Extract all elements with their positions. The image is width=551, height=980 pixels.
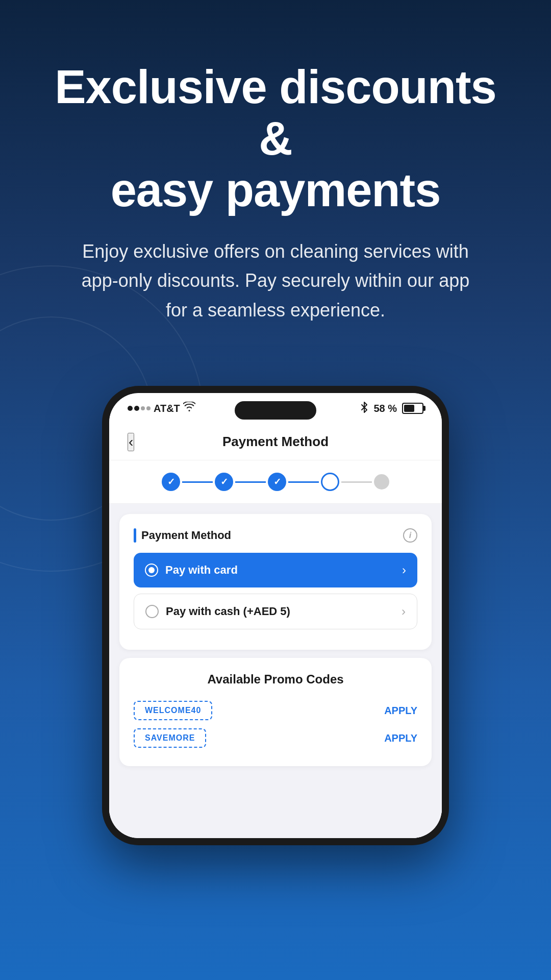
radio-cash xyxy=(145,605,159,618)
card-title-row: Payment Method i xyxy=(134,528,417,543)
phone-screen: AT&T xyxy=(109,393,442,838)
dot1 xyxy=(128,406,133,411)
checkmark-1: ✓ xyxy=(167,476,175,487)
promo-code-1: WELCOME40 xyxy=(134,701,212,720)
radio-card xyxy=(145,564,158,577)
phone-wrapper: AT&T xyxy=(0,386,551,845)
payment-card-title: Payment Method xyxy=(134,528,231,543)
phone-frame: AT&T xyxy=(102,386,449,845)
promo-row-1: WELCOME40 APPLY xyxy=(134,697,417,724)
back-button[interactable]: ‹ xyxy=(128,433,134,451)
battery-icon xyxy=(402,403,423,414)
wifi-icon xyxy=(183,402,195,415)
pay-cash-label: Pay with cash (+AED 5) xyxy=(166,605,290,618)
step-2: ✓ xyxy=(215,473,233,491)
hero-section: Exclusive discounts & easy payments Enjo… xyxy=(0,0,551,355)
dot3 xyxy=(141,406,145,410)
step-circle-4 xyxy=(321,473,339,491)
apply-btn-2[interactable]: APPLY xyxy=(384,732,417,744)
info-icon[interactable]: i xyxy=(403,528,417,543)
pay-with-card-option[interactable]: Pay with card › xyxy=(134,553,417,587)
dot2 xyxy=(134,406,139,411)
status-right: 58 % xyxy=(360,402,423,415)
progress-bar: ✓ ✓ ✓ xyxy=(109,460,442,504)
battery-fill xyxy=(404,405,414,412)
chevron-cash: › xyxy=(402,604,406,619)
status-left: AT&T xyxy=(128,402,195,415)
apply-btn-1[interactable]: APPLY xyxy=(384,705,417,717)
promo-code-2: SAVEMORE xyxy=(134,728,206,748)
step-line-3 xyxy=(288,481,319,483)
checkmark-2: ✓ xyxy=(220,476,228,487)
step-3: ✓ xyxy=(268,473,286,491)
pay-cash-left: Pay with cash (+AED 5) xyxy=(145,605,290,618)
step-1: ✓ xyxy=(162,473,180,491)
step-line-2 xyxy=(235,481,266,483)
app-content: ‹ Payment Method ✓ ✓ xyxy=(109,424,442,838)
hero-title: Exclusive discounts & easy payments xyxy=(41,61,510,216)
hero-title-line1: Exclusive discounts xyxy=(55,61,496,113)
dot4 xyxy=(146,406,151,410)
bluetooth-icon xyxy=(360,402,368,415)
step-circle-5 xyxy=(374,474,389,489)
pay-card-label: Pay with card xyxy=(165,564,238,577)
step-circle-3: ✓ xyxy=(268,473,286,491)
pay-card-left: Pay with card xyxy=(145,564,238,577)
scroll-content: Payment Method i xyxy=(109,504,442,838)
signal-dots xyxy=(128,406,151,411)
title-accent xyxy=(134,528,136,543)
radio-card-inner xyxy=(148,567,155,573)
step-4 xyxy=(321,473,339,491)
promo-row-2: SAVEMORE APPLY xyxy=(134,724,417,752)
payment-method-card: Payment Method i xyxy=(119,514,432,650)
dynamic-island xyxy=(235,401,316,420)
step-line-4 xyxy=(341,481,372,483)
pay-with-cash-option[interactable]: Pay with cash (+AED 5) › xyxy=(134,594,417,629)
battery-percent: 58 % xyxy=(373,403,397,414)
promo-codes-card: Available Promo Codes WELCOME40 APPLY SA… xyxy=(119,658,432,766)
hero-subtitle: Enjoy exclusive offers on cleaning servi… xyxy=(77,237,474,325)
step-circle-2: ✓ xyxy=(215,473,233,491)
checkmark-3: ✓ xyxy=(273,476,281,487)
promo-title: Available Promo Codes xyxy=(134,672,417,687)
carrier-label: AT&T xyxy=(154,403,180,414)
chevron-card: › xyxy=(402,563,406,577)
payment-title-text: Payment Method xyxy=(141,529,231,542)
nav-title: Payment Method xyxy=(222,434,329,450)
hero-title-line3: easy payments xyxy=(111,164,441,216)
nav-bar: ‹ Payment Method xyxy=(109,424,442,460)
step-circle-1: ✓ xyxy=(162,473,180,491)
step-5 xyxy=(374,474,389,489)
hero-title-line2: & xyxy=(259,112,292,164)
step-line-1 xyxy=(182,481,213,483)
